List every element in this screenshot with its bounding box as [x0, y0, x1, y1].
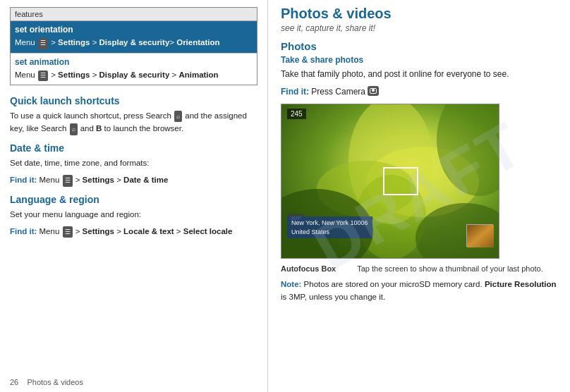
thumbnail-box	[466, 224, 493, 247]
quick-launch-body: To use a quick launch shortcut, press Se…	[10, 109, 257, 135]
language-findit-text: Menu ☰ > Settings > Locale & text > Sele…	[40, 227, 233, 235]
note-end: is 3MP, unless you change it.	[281, 293, 385, 301]
menu-icon-dt: ☰	[63, 175, 73, 186]
svg-rect-8	[467, 225, 494, 247]
note-text: Note: Photos are stored on your microSD …	[281, 278, 557, 304]
language-body: Set your menu language and region:	[10, 208, 257, 221]
take-share-label: Take & share photos	[281, 55, 557, 65]
features-header-label: features	[15, 10, 43, 18]
date-time-body: Set date, time, time zone, and formats:	[10, 157, 257, 169]
caption-text: Tap the screen to show a thumbnail of yo…	[357, 264, 543, 273]
features-header: features	[11, 8, 257, 21]
search-icon-2: ⌕	[70, 123, 78, 135]
feature-title-animation: set animation	[15, 57, 253, 67]
autofocus-label: Autofocus Box	[281, 264, 336, 273]
date-time-heading: Date & time	[10, 142, 257, 154]
camera-image: 245 3MP New York, New York 10006 United …	[281, 104, 499, 259]
feature-row-orientation: set orientation Menu ☰ > Settings > Disp…	[11, 21, 257, 54]
left-column: features set orientation Menu ☰ > Settin…	[0, 0, 268, 392]
language-findit: Find it: Menu ☰ > Settings > Locale & te…	[10, 225, 257, 238]
note-label: Note:	[281, 280, 301, 288]
feature-desc-orientation: Menu ☰ > Settings > Display & security> …	[15, 37, 253, 49]
find-it-row: Find it: Press Camera	[281, 85, 557, 99]
menu-icon-orientation: ☰	[38, 38, 48, 49]
camera-icon	[368, 86, 379, 96]
gps-line1: New York, New York 10006	[291, 219, 368, 228]
menu-icon-lang: ☰	[63, 226, 73, 238]
right-column: DRAFT Photos & videos see it, capture it…	[268, 0, 570, 392]
date-time-findit-text: Menu ☰ > Settings > Date & time	[40, 176, 169, 184]
page-title: Photos & videos	[281, 6, 557, 22]
thumbnail-svg	[467, 225, 494, 247]
note-bold: Picture Resolution	[485, 280, 557, 288]
find-it-label: Find it:	[281, 87, 309, 97]
page-number: 26 Photos & videos	[10, 378, 83, 386]
caption-row: Autofocus Box Tap the screen to show a t…	[281, 264, 557, 273]
language-findit-label: Find it:	[10, 227, 37, 235]
features-table: features set orientation Menu ☰ > Settin…	[10, 7, 257, 85]
find-it-text: Press Camera	[311, 87, 379, 97]
quick-launch-heading: Quick launch shortcuts	[10, 95, 257, 106]
date-time-findit: Find it: Menu ☰ > Settings > Date & time	[10, 173, 257, 186]
camera-counter: 245	[287, 109, 306, 119]
autofocus-box-overlay	[383, 167, 418, 195]
feature-title-orientation: set orientation	[15, 25, 253, 35]
gps-bar: New York, New York 10006 United States	[287, 216, 372, 238]
date-time-findit-label: Find it:	[10, 176, 37, 184]
note-body: Photos are stored on your microSD memory…	[304, 280, 485, 288]
take-share-body: Take that family photo, and post it onli…	[281, 68, 557, 81]
language-heading: Language & region	[10, 194, 257, 205]
gps-line2: United States	[291, 228, 368, 237]
feature-row-animation: set animation Menu ☰ > Settings > Displa…	[11, 54, 257, 85]
feature-desc-animation: Menu ☰ > Settings > Display & security >…	[15, 69, 253, 82]
search-icon-1: ⌕	[174, 111, 182, 122]
menu-icon-animation: ☰	[38, 71, 48, 82]
page-subtitle: see it, capture it, share it!	[281, 23, 557, 33]
photos-heading: Photos	[281, 40, 557, 52]
